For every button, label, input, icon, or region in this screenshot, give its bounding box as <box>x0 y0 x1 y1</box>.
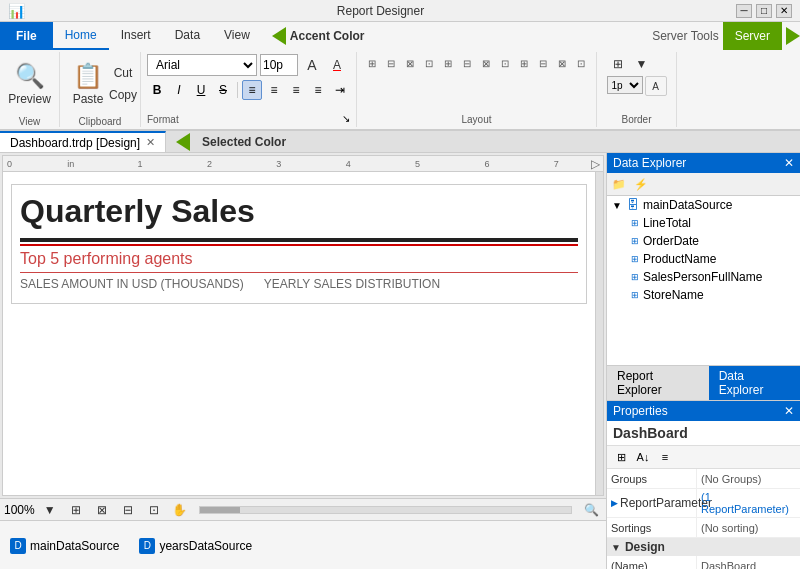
layout-btn-8[interactable]: ⊡ <box>496 54 514 72</box>
italic-button[interactable]: I <box>169 80 189 100</box>
layout-btn-7[interactable]: ⊠ <box>477 54 495 72</box>
layout-btn-3[interactable]: ⊠ <box>401 54 419 72</box>
selected-color-annotation: Selected Color <box>166 131 296 152</box>
zoom-fit-button[interactable]: 🔍 <box>580 500 602 520</box>
minimize-button[interactable]: ─ <box>736 4 752 18</box>
grid-toggle-button[interactable]: ⊞ <box>65 500 87 520</box>
tree-root-icon: 🗄 <box>627 198 639 212</box>
tree-root[interactable]: ▼ 🗄 mainDataSource <box>607 196 800 214</box>
report-explorer-tab[interactable]: Report Explorer <box>607 366 709 400</box>
layout-btn-10[interactable]: ⊟ <box>534 54 552 72</box>
horizontal-scrollbar[interactable] <box>199 506 572 514</box>
cut-button[interactable]: Cut <box>112 63 134 83</box>
report-title: Quarterly Sales <box>20 193 578 230</box>
prop-row-reportparam[interactable]: ▶ ReportParameter (1 ReportParameter) <box>607 489 800 518</box>
ribbon-content: 🔍 Preview View 📋 Paste Cut Copy <box>0 50 800 130</box>
properties-header: Properties ✕ <box>607 401 800 421</box>
paste-button[interactable]: 📋 Paste <box>66 54 110 114</box>
field-icon: ⊞ <box>631 254 639 264</box>
doc-tab-dashboard[interactable]: Dashboard.trdp [Design] ✕ <box>0 131 166 152</box>
canvas-scroll-area[interactable]: Quarterly Sales Top 5 performing agents … <box>3 172 595 495</box>
datasource-main[interactable]: D mainDataSource <box>10 538 119 554</box>
snap-toggle-button[interactable]: ⊠ <box>91 500 113 520</box>
bold-button[interactable]: B <box>147 80 167 100</box>
clipboard-group: 📋 Paste Cut Copy Clipboard <box>60 52 141 127</box>
tree-productname[interactable]: ⊞ ProductName <box>607 250 800 268</box>
border-color-button[interactable]: A <box>645 76 667 96</box>
layout-btn-4[interactable]: ⊡ <box>420 54 438 72</box>
layout-btn-5[interactable]: ⊞ <box>439 54 457 72</box>
underline-button[interactable]: U <box>191 80 211 100</box>
data-explorer-close[interactable]: ✕ <box>784 156 794 170</box>
align-right-button[interactable]: ≡ <box>286 80 306 100</box>
maximize-button[interactable]: □ <box>756 4 772 18</box>
indent-button[interactable]: ⇥ <box>330 80 350 100</box>
justify-button[interactable]: ≡ <box>308 80 328 100</box>
layout-btn-11[interactable]: ⊠ <box>553 54 571 72</box>
prop-row-sortings[interactable]: Sortings (No sorting) <box>607 518 800 538</box>
props-grid-view[interactable]: ⊞ <box>611 448 631 466</box>
prop-row-groups[interactable]: Groups (No Groups) <box>607 469 800 489</box>
window-controls: ─ □ ✕ <box>736 4 792 18</box>
copy-button[interactable]: Copy <box>112 85 134 105</box>
tree-storename[interactable]: ⊞ StoreName <box>607 286 800 304</box>
prop-row-name[interactable]: (Name) DashBoard <box>607 556 800 569</box>
field-icon: ⊞ <box>631 218 639 228</box>
properties-panel: Properties ✕ DashBoard ⊞ A↓ ≡ Groups (No… <box>607 401 800 569</box>
preview-button[interactable]: 🔍 Preview <box>8 54 52 114</box>
datasource-years[interactable]: D yearsDataSource <box>139 538 252 554</box>
layout-btn-2[interactable]: ⊟ <box>382 54 400 72</box>
report-divider-top <box>20 238 578 242</box>
data-explorer-tree: ▼ 🗄 mainDataSource ⊞ LineTotal ⊞ OrderDa… <box>607 196 800 366</box>
scroll-right-button[interactable]: ▷ <box>591 157 599 171</box>
border-group: ⊞ ▼ 1p A Border <box>597 52 677 127</box>
view-tab[interactable]: View <box>212 22 262 50</box>
layout-btn-1[interactable]: ⊞ <box>363 54 381 72</box>
doc-tab-bar: Dashboard.trdp [Design] ✕ Selected Color <box>0 131 800 153</box>
layout-btn-9[interactable]: ⊞ <box>515 54 533 72</box>
hand-tool-button[interactable]: ✋ <box>169 500 191 520</box>
strikethrough-button[interactable]: S <box>213 80 233 100</box>
window-title: Report Designer <box>25 4 736 18</box>
props-sort-az[interactable]: A↓ <box>633 448 653 466</box>
data-explorer-tab[interactable]: Data Explorer <box>709 366 800 400</box>
close-button[interactable]: ✕ <box>776 4 792 18</box>
tree-orderdate[interactable]: ⊞ OrderDate <box>607 232 800 250</box>
align-center-button[interactable]: ≡ <box>264 80 284 100</box>
font-size-input[interactable] <box>260 54 298 76</box>
home-tab[interactable]: Home <box>53 22 109 50</box>
de-tool-1[interactable]: 📁 <box>609 175 629 193</box>
font-color-button[interactable]: A <box>326 55 348 75</box>
border-all-button[interactable]: ⊞ <box>607 54 629 74</box>
field-icon: ⊞ <box>631 290 639 300</box>
format-expand-button[interactable]: ↘ <box>342 113 350 124</box>
scroll-thumb[interactable] <box>200 507 240 513</box>
border-dropdown-button[interactable]: ▼ <box>631 54 653 74</box>
main-layout: 0 in 1 2 3 4 5 6 7 ▷ Quar <box>0 153 800 569</box>
tree-salesperson[interactable]: ⊞ SalesPersonFullName <box>607 268 800 286</box>
properties-close[interactable]: ✕ <box>784 404 794 418</box>
ruler-toggle-button[interactable]: ⊟ <box>117 500 139 520</box>
vertical-scrollbar[interactable] <box>595 172 603 495</box>
guides-toggle-button[interactable]: ⊡ <box>143 500 165 520</box>
props-sort-category[interactable]: ≡ <box>655 448 675 466</box>
increase-font-button[interactable]: A <box>301 55 323 75</box>
layout-btn-6[interactable]: ⊟ <box>458 54 476 72</box>
right-panel: Data Explorer ✕ 📁 ⚡ ▼ 🗄 mainDataSource ⊞… <box>606 153 800 569</box>
border-width-select[interactable]: 1p <box>607 76 643 94</box>
field-icon: ⊞ <box>631 272 639 282</box>
datasource-bar: D mainDataSource D yearsDataSource <box>0 520 606 569</box>
de-tool-2[interactable]: ⚡ <box>631 175 651 193</box>
align-left-button[interactable]: ≡ <box>242 80 262 100</box>
layout-btn-12[interactable]: ⊡ <box>572 54 590 72</box>
file-tab[interactable]: File <box>0 22 53 50</box>
data-tab[interactable]: Data <box>163 22 212 50</box>
paste-icon: 📋 <box>73 62 103 90</box>
server-tab[interactable]: Server <box>723 22 782 50</box>
zoom-dropdown-button[interactable]: ▼ <box>39 500 61 520</box>
insert-tab[interactable]: Insert <box>109 22 163 50</box>
doc-tab-close[interactable]: ✕ <box>146 136 155 149</box>
data-explorer-toolbar: 📁 ⚡ <box>607 173 800 196</box>
font-selector[interactable]: Arial <box>147 54 257 76</box>
tree-linetotal[interactable]: ⊞ LineTotal <box>607 214 800 232</box>
